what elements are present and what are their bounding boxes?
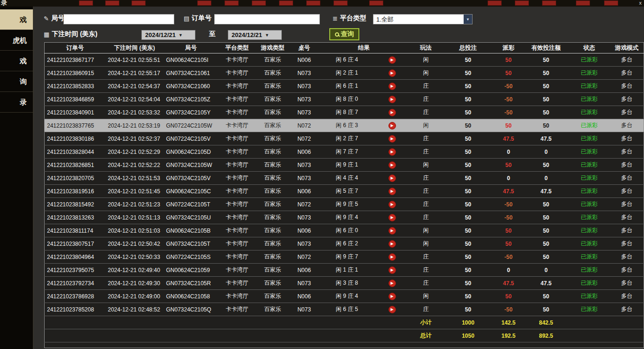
cell-round-no: GN00624C21058 [164, 290, 218, 303]
play-icon[interactable]: ▶ [388, 96, 396, 103]
cell-status: 已派彩 [569, 237, 610, 250]
table-row[interactable]: 241221023786928 2024-12-21 02:49:00 GN00… [45, 290, 644, 303]
sidebar-item-game[interactable]: 戏 [0, 51, 33, 71]
cell-total-bet: 50 [443, 93, 494, 106]
close-icon[interactable]: x [639, 0, 642, 6]
play-icon[interactable]: ▶ [388, 69, 396, 77]
table-row[interactable]: 241221023804964 2024-12-21 02:50:33 GN07… [45, 250, 644, 264]
play-icon[interactable]: ▶ [388, 227, 396, 235]
cell-game-mode: 多台 [610, 250, 644, 264]
cell-bet-side: 闲 [409, 290, 443, 303]
cell-valid-bet: 0 [524, 264, 569, 277]
cell-order-no: 241221023807517 [45, 237, 106, 250]
play-icon[interactable]: ▶ [388, 135, 396, 143]
sidebar-item-slots[interactable]: 虎机 [0, 30, 33, 51]
table-row[interactable]: 241221023846859 2024-12-21 02:54:04 GN07… [45, 93, 644, 106]
cell-order-no: 241221023820705 [45, 172, 106, 185]
cell-valid-bet: 50 [524, 67, 569, 80]
subtotal-label: 小计 [409, 316, 443, 329]
round-no-input[interactable] [63, 14, 174, 24]
cell-platform: 卡卡湾厅 [218, 80, 256, 93]
table-row[interactable]: 241221023828044 2024-12-21 02:52:29 GN00… [45, 145, 644, 159]
sidebar-item-records[interactable]: 录 [0, 92, 33, 113]
sidebar-item-label: 戏 [20, 15, 27, 23]
cell-valid-bet: 0 [524, 172, 569, 185]
play-icon[interactable]: ▶ [388, 253, 396, 261]
sidebar-item-live-game[interactable]: 戏 [0, 9, 33, 30]
cell-status: 已派彩 [569, 224, 610, 237]
cell-bet-time: 2024-12-21 02:49:30 [106, 277, 164, 290]
play-icon[interactable]: ▶ [388, 161, 396, 169]
cell-platform: 卡卡湾厅 [218, 93, 256, 106]
table-row[interactable]: 241221023860915 2024-12-21 02:55:17 GN07… [45, 67, 644, 80]
table-row[interactable]: 241221023819516 2024-12-21 02:51:45 GN00… [45, 185, 644, 198]
table-row[interactable]: 241221023811174 2024-12-21 02:51:03 GN00… [45, 224, 644, 237]
cell-result: 闲 2 庄 1 [319, 67, 375, 80]
total-payout: 192.5 [494, 329, 524, 342]
table-row[interactable]: 241221023830186 2024-12-21 02:52:37 GN07… [45, 132, 644, 145]
play-icon[interactable]: ▶ [388, 174, 396, 182]
search-icon [335, 32, 339, 37]
search-button[interactable]: 查询 [329, 28, 359, 40]
cell-game-mode: 多台 [610, 106, 644, 119]
cell-replay: ▶ [375, 159, 409, 172]
table-row[interactable]: 241221023807517 2024-12-21 02:50:42 GN07… [45, 237, 644, 250]
cell-round-no: GN07324C2105U [164, 211, 218, 224]
cell-payout: 0 [494, 264, 524, 277]
table-row[interactable]: 241221023813263 2024-12-21 02:51:13 GN07… [45, 211, 644, 224]
cell-status: 已派彩 [569, 185, 610, 198]
table-row[interactable]: 241221023837765 2024-12-21 02:53:19 GN07… [45, 119, 644, 132]
cell-valid-bet: 47.5 [524, 132, 569, 145]
table-row[interactable]: 241221023820705 2024-12-21 02:51:53 GN07… [45, 172, 644, 185]
order-no-input[interactable] [214, 14, 320, 24]
cell-replay: ▶ [375, 211, 409, 224]
cell-status: 已派彩 [569, 93, 610, 106]
table-body: 241221023867177 2024-12-21 02:55:51 GN00… [45, 53, 644, 316]
play-icon[interactable]: ▶ [388, 214, 396, 221]
play-icon[interactable]: ▶ [388, 83, 396, 90]
play-icon[interactable]: ▶ [388, 109, 396, 116]
cell-table-no: N072 [290, 198, 319, 211]
play-icon[interactable]: ▶ [388, 266, 396, 274]
cell-payout: -50 [494, 211, 524, 224]
play-icon[interactable]: ▶ [388, 188, 396, 195]
cell-total-bet: 50 [443, 211, 494, 224]
table-row[interactable]: 241221023785208 2024-12-21 02:48:52 GN07… [45, 303, 644, 316]
play-icon[interactable]: ▶ [388, 56, 396, 64]
table-row[interactable]: 241221023826851 2024-12-21 02:52:22 GN07… [45, 159, 644, 172]
table-row[interactable]: 241221023815492 2024-12-21 02:51:23 GN07… [45, 198, 644, 211]
cell-bet-time: 2024-12-21 02:48:52 [106, 303, 164, 316]
cell-result: 闲 8 庄 0 [319, 93, 375, 106]
cell-table-no: N073 [290, 237, 319, 250]
total-total-bet: 1050 [443, 329, 494, 342]
cell-valid-bet: 50 [524, 93, 569, 106]
cell-bet-time: 2024-12-21 02:55:51 [106, 53, 164, 67]
table-row[interactable]: 241221023795075 2024-12-21 02:49:40 GN00… [45, 264, 644, 277]
cell-platform: 卡卡湾厅 [218, 250, 256, 264]
play-icon[interactable]: ▶ [388, 148, 396, 156]
table-row[interactable]: 241221023867177 2024-12-21 02:55:51 GN00… [45, 53, 644, 67]
cell-valid-bet: 50 [524, 106, 569, 119]
date-from-picker[interactable]: 2024/12/21 ▼ [141, 30, 195, 40]
play-icon[interactable]: ▶ [388, 201, 396, 208]
table-row[interactable]: 241221023852833 2024-12-21 02:54:37 GN07… [45, 80, 644, 93]
cell-result: 闲 1 庄 1 [319, 264, 375, 277]
play-icon[interactable]: ▶ [388, 280, 396, 287]
cell-bet-time: 2024-12-21 02:51:13 [106, 211, 164, 224]
table-row[interactable]: 241221023840901 2024-12-21 02:53:32 GN07… [45, 106, 644, 119]
cell-game-mode: 多台 [610, 119, 644, 132]
round-no-label: ✎ 局号 [44, 14, 64, 23]
play-icon[interactable]: ▶ [388, 293, 396, 300]
cell-round-no: GN07324C2105W [164, 159, 218, 172]
date-to-picker[interactable]: 2024/12/21 ▼ [228, 30, 282, 40]
play-icon[interactable]: ▶ [388, 306, 396, 313]
col-header-payout: 派彩 [494, 43, 524, 53]
platform-select[interactable]: 1.全部 ▼ [373, 14, 473, 24]
table-row[interactable]: 241221023792734 2024-12-21 02:49:30 GN07… [45, 277, 644, 290]
play-icon[interactable]: ▶ [388, 122, 396, 129]
sidebar-item-query[interactable]: 询 [0, 71, 33, 92]
cell-bet-time: 2024-12-21 02:49:40 [106, 264, 164, 277]
to-label: 至 [209, 30, 216, 38]
play-icon[interactable]: ▶ [388, 240, 396, 248]
cell-order-no: 241221023846859 [45, 93, 106, 106]
